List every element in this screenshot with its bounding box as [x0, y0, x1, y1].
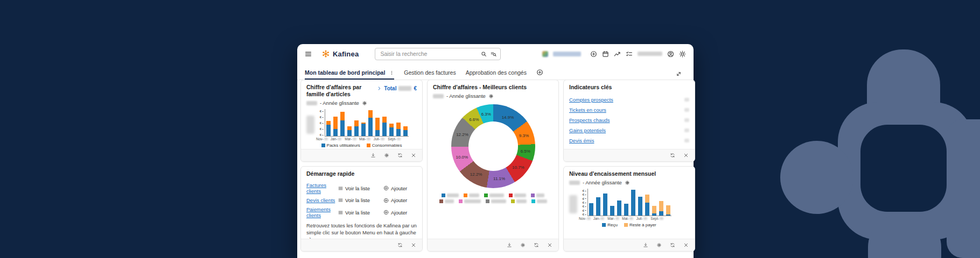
period-label: - Année glissante: [446, 93, 486, 99]
bar-chart-ca-famille: [325, 109, 409, 137]
card-footer: [428, 239, 558, 251]
card-footer: [301, 239, 422, 251]
donut-legend-item: [459, 199, 481, 203]
donut-chart-meilleurs-clients: 14.9%9.3%6.5%10.7%11.1%12.2%10.0%12.2%6.…: [451, 104, 535, 188]
redacted-axis-values: [569, 195, 577, 213]
period-label: - Année glissante: [320, 100, 359, 106]
indicator-rows: Comptes prospects Tickets en cours Prosp…: [569, 95, 689, 146]
app-window: Kafinea Mon tableau de bord principal Ge…: [297, 44, 694, 258]
redacted-axis-values: [306, 116, 314, 134]
devis-clients-link[interactable]: Devis clients: [306, 197, 338, 203]
voir-la-liste-button[interactable]: Voir la liste: [338, 197, 383, 203]
brightness-icon[interactable]: [679, 51, 686, 58]
gains-potentiels-link[interactable]: Gains potentiels: [569, 127, 606, 133]
legend-swatch: [624, 223, 628, 227]
refresh-icon[interactable]: [670, 153, 675, 158]
voir-la-liste-button[interactable]: Voir la liste: [338, 210, 383, 216]
donut-percentage-label: 6.5%: [521, 149, 530, 154]
prospects-chauds-link[interactable]: Prospects chauds: [569, 117, 610, 123]
close-icon[interactable]: [411, 153, 416, 158]
refresh-icon[interactable]: [670, 242, 675, 248]
search-icon[interactable]: [481, 51, 487, 57]
tab-gestion-des-factures[interactable]: Gestion des factures: [404, 69, 456, 80]
redacted-indicator-value: [684, 139, 689, 142]
redacted-client-name: [464, 199, 481, 203]
dashboard-content: Chiffre d'affaires par famille d'article…: [297, 80, 694, 258]
topbar-right: [542, 51, 686, 58]
donut-percentage-label: 11.1%: [493, 176, 505, 181]
advanced-search-icon[interactable]: [491, 51, 496, 57]
redacted-total-value: [398, 86, 411, 91]
settings-icon[interactable]: [384, 153, 389, 158]
menu-button[interactable]: [305, 51, 312, 58]
account-icon[interactable]: [667, 51, 674, 58]
card-footer: [564, 149, 695, 161]
donut-percentage-label: 9.3%: [519, 133, 529, 138]
donut-legend-item: [531, 199, 547, 203]
redacted-client-name: [537, 199, 547, 203]
close-icon[interactable]: [683, 242, 689, 248]
period-row: - Année glissante: [306, 100, 417, 106]
expand-dashboard-icon[interactable]: [676, 71, 682, 77]
search-box[interactable]: [375, 48, 501, 60]
kebab-menu-icon[interactable]: [389, 70, 394, 75]
card-title: Niveau d'encaissement mensuel: [569, 170, 689, 177]
redacted-company-logo: [542, 51, 548, 57]
card-title: Chiffre d'affaires - Meilleurs clients: [433, 84, 553, 91]
add-tab-button[interactable]: [536, 69, 543, 80]
gear-icon[interactable]: [488, 94, 494, 99]
donut-legend-item: [486, 199, 506, 203]
activity-icon[interactable]: [614, 51, 621, 58]
close-icon[interactable]: [547, 242, 552, 248]
ajouter-button[interactable]: Ajouter: [383, 197, 417, 203]
calendar-icon[interactable]: [602, 51, 609, 58]
x-axis-ticks: Nov-Jan-Mar-Mai-Juil-Sept-: [316, 137, 402, 141]
dashboard-tabbar: Mon tableau de bord principal Gestion de…: [297, 63, 694, 80]
donut-legend-item: [442, 194, 459, 197]
settings-icon[interactable]: [520, 242, 526, 248]
card-encaissement-mensuel: Niveau d'encaissement mensuel - Année gl…: [563, 166, 695, 252]
voir-la-liste-button[interactable]: Voir la liste: [338, 185, 383, 191]
bar-chart-encaissement: [587, 189, 671, 216]
paiements-clients-link[interactable]: Paiements clients: [306, 206, 338, 218]
chevron-right-icon[interactable]: [377, 86, 382, 91]
download-icon[interactable]: [643, 242, 648, 248]
close-icon[interactable]: [683, 153, 689, 158]
legend-label: Packs utilisateurs: [327, 143, 360, 148]
redacted-client-name: [514, 194, 526, 197]
close-icon[interactable]: [411, 242, 416, 248]
indicator-row: Tickets en cours: [569, 105, 689, 115]
ajouter-button[interactable]: Ajouter: [383, 210, 417, 216]
refresh-icon[interactable]: [534, 242, 539, 248]
tasks-icon[interactable]: [626, 51, 633, 58]
app-logo[interactable]: Kafinea: [321, 49, 359, 58]
gear-icon[interactable]: [625, 180, 630, 185]
redacted-company-name: [553, 52, 581, 56]
card-indicateurs-cles: Indicateurs clés Comptes prospects Ticke…: [563, 80, 695, 162]
plus-circle-icon[interactable]: [590, 51, 597, 58]
legend-swatch: [602, 223, 606, 227]
chart-legend: Packs utilisateurs Consommables: [306, 143, 417, 148]
download-icon[interactable]: [370, 153, 376, 158]
ajouter-button[interactable]: Ajouter: [383, 185, 417, 191]
tickets-en-cours-link[interactable]: Tickets en cours: [569, 107, 606, 113]
refresh-icon[interactable]: [397, 153, 403, 158]
download-icon[interactable]: [507, 242, 512, 248]
redacted-period-value: [433, 94, 444, 98]
tab-mon-tableau-de-bord[interactable]: Mon tableau de bord principal: [305, 69, 394, 80]
devis-emis-link[interactable]: Devis émis: [569, 138, 594, 144]
settings-icon[interactable]: [656, 242, 662, 248]
tab-label: Approbation des congés: [466, 69, 527, 76]
donut-percentage-label: 10.7%: [512, 165, 524, 170]
comptes-prospects-link[interactable]: Comptes prospects: [569, 97, 613, 103]
redacted-client-name: [445, 199, 454, 203]
gear-icon[interactable]: [362, 101, 367, 106]
redacted-client-name: [447, 194, 459, 197]
search-input[interactable]: [379, 50, 477, 58]
factures-clients-link[interactable]: Factures clients: [306, 182, 338, 194]
refresh-icon[interactable]: [397, 242, 403, 248]
quick-start-rows: Factures clients Voir la liste Ajouter D…: [306, 182, 417, 218]
tab-approbation-des-conges[interactable]: Approbation des congés: [466, 69, 527, 80]
kafinea-logo-icon: [321, 49, 330, 58]
period-row: - Année glissante: [569, 180, 689, 185]
